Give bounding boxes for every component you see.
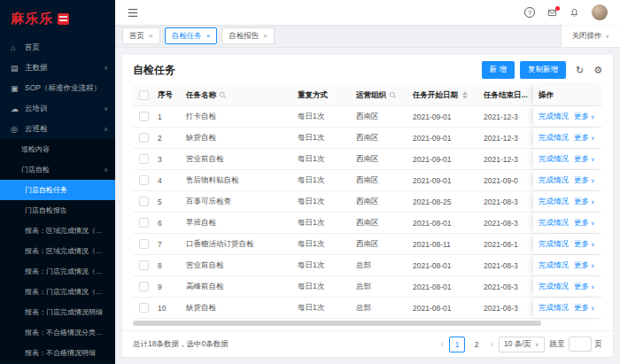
header-start-date-label: 任务开始日期 bbox=[413, 90, 458, 101]
more-link[interactable]: 更多∨ bbox=[574, 282, 594, 292]
more-label: 更多 bbox=[574, 133, 589, 143]
more-link[interactable]: 更多∨ bbox=[574, 133, 594, 143]
row-repeat: 每日1次 bbox=[294, 197, 353, 207]
row-checkbox[interactable] bbox=[139, 282, 149, 291]
more-link[interactable]: 更多∨ bbox=[574, 112, 594, 122]
next-page-button[interactable]: › bbox=[490, 339, 493, 349]
complete-status-link[interactable]: 完成情况 bbox=[539, 175, 569, 186]
brand-logo[interactable]: 麻乐乐 bbox=[0, 0, 115, 37]
complete-status-link[interactable]: 完成情况 bbox=[539, 154, 569, 165]
row-checkbox[interactable] bbox=[139, 112, 149, 121]
row-checkbox[interactable] bbox=[139, 133, 149, 143]
settings-icon[interactable]: ⚙ bbox=[593, 66, 602, 75]
chevron-down-icon: ∨ bbox=[104, 65, 108, 72]
page-size-select[interactable]: 10 条/页 ∨ bbox=[499, 337, 545, 352]
help-glyph: ? bbox=[524, 7, 535, 18]
row-checkbox[interactable] bbox=[139, 218, 149, 228]
sidebar-item-4[interactable]: ◎云巡检∧ bbox=[0, 119, 115, 139]
sidebar-item-6[interactable]: 门店自检∧ bbox=[0, 159, 115, 180]
complete-status-link[interactable]: 完成情况 bbox=[539, 218, 569, 228]
page-button-2[interactable]: 2 bbox=[469, 337, 484, 352]
more-link[interactable]: 更多∨ bbox=[574, 197, 594, 207]
bell-icon[interactable] bbox=[570, 8, 579, 18]
tab-close-icon[interactable]: × bbox=[263, 32, 267, 40]
complete-status-link[interactable]: 完成情况 bbox=[539, 133, 569, 143]
tab-close-icon[interactable]: × bbox=[149, 32, 153, 40]
message-icon[interactable] bbox=[547, 8, 557, 18]
avatar[interactable] bbox=[592, 4, 608, 20]
sidebar-item-3[interactable]: ☁云培训∨ bbox=[0, 98, 115, 119]
sidebar-item-8[interactable]: 门店自检报告 bbox=[0, 200, 115, 221]
help-icon[interactable]: ? bbox=[524, 7, 535, 18]
refresh-icon[interactable]: ↻ bbox=[576, 66, 584, 75]
topbar: ? bbox=[115, 0, 620, 25]
jump-page-input[interactable] bbox=[569, 337, 592, 352]
row-checkbox[interactable] bbox=[139, 154, 149, 164]
more-link[interactable]: 更多∨ bbox=[574, 260, 594, 271]
row-no: 8 bbox=[154, 261, 182, 270]
row-checkbox[interactable] bbox=[139, 197, 149, 206]
search-icon[interactable] bbox=[219, 91, 227, 99]
row-checkbox[interactable] bbox=[139, 175, 149, 185]
header-org-label: 运营组织 bbox=[356, 90, 386, 101]
complete-status-link[interactable]: 完成情况 bbox=[539, 282, 569, 292]
sidebar-item-label: 报表：门店完成情况（汇总） bbox=[25, 267, 108, 276]
row-checkbox-cell bbox=[133, 133, 154, 143]
sidebar-item-15[interactable]: 报表：不合格情况明细 bbox=[0, 343, 115, 363]
sidebar-item-2[interactable]: ▣SOP（标准作业流程） bbox=[0, 78, 115, 98]
chevron-down-icon: ∨ bbox=[591, 220, 594, 226]
sidebar-item-0[interactable]: ⌂首页 bbox=[0, 37, 115, 58]
row-checkbox[interactable] bbox=[139, 260, 149, 270]
chevron-down-icon: ∨ bbox=[535, 341, 539, 347]
sidebar-item-13[interactable]: 报表：门店完成情况明细 bbox=[0, 302, 115, 322]
sidebar-item-1[interactable]: ▤主数据∨ bbox=[0, 58, 115, 78]
sort-icons[interactable] bbox=[462, 91, 468, 99]
row-org: 西南区 bbox=[353, 112, 409, 122]
sidebar-item-10[interactable]: 报表：区域完成情况（任务） bbox=[0, 241, 115, 261]
sidebar-item-5[interactable]: 巡检内容 bbox=[0, 139, 115, 159]
complete-status-link[interactable]: 完成情况 bbox=[539, 239, 569, 250]
complete-status-link[interactable]: 完成情况 bbox=[539, 303, 569, 314]
topbar-actions: ? bbox=[524, 4, 608, 20]
select-all-checkbox[interactable] bbox=[139, 90, 149, 100]
brand-name: 麻乐乐 bbox=[11, 11, 53, 27]
sidebar-item-7[interactable]: 门店自检任务 bbox=[0, 180, 115, 200]
row-task-name: 口香糖活动订货自检 bbox=[182, 239, 294, 250]
search-icon[interactable] bbox=[389, 91, 397, 99]
complete-status-link[interactable]: 完成情况 bbox=[539, 197, 569, 207]
row-no: 1 bbox=[154, 112, 182, 121]
scrollbar-thumb[interactable] bbox=[133, 321, 541, 326]
row-checkbox[interactable] bbox=[139, 303, 149, 313]
table-row: 6早班自检每日1次西南区2021-08-012021-08-3完成情况更多∨ bbox=[133, 213, 602, 234]
home-icon: ⌂ bbox=[11, 43, 20, 52]
row-org: 总部 bbox=[353, 303, 409, 314]
horizontal-scrollbar[interactable] bbox=[133, 321, 602, 326]
sidebar-item-14[interactable]: 报表：不合格情况分类汇总 bbox=[0, 322, 115, 343]
complete-status-link[interactable]: 完成情况 bbox=[539, 112, 569, 122]
tab-1[interactable]: 自检任务× bbox=[165, 27, 218, 44]
table-row: 10缺货自检每日1次总部2021-08-012021-08-3完成情况更多∨ bbox=[133, 298, 602, 319]
sidebar-item-12[interactable]: 报表：门店完成情况（任务） bbox=[0, 282, 115, 302]
more-link[interactable]: 更多∨ bbox=[574, 218, 594, 228]
tab-0[interactable]: 首页× bbox=[122, 27, 160, 44]
sidebar-item-11[interactable]: 报表：门店完成情况（汇总） bbox=[0, 261, 115, 282]
menu-fold-icon[interactable] bbox=[128, 8, 138, 18]
complete-status-link[interactable]: 完成情况 bbox=[539, 260, 569, 271]
more-link[interactable]: 更多∨ bbox=[574, 239, 594, 250]
prev-page-button[interactable]: ‹ bbox=[441, 339, 445, 349]
row-checkbox[interactable] bbox=[139, 239, 149, 249]
more-link[interactable]: 更多∨ bbox=[574, 154, 594, 165]
content-area: 自检任务 新 增 复制新增 ↻ ⚙ 序号 bbox=[115, 48, 620, 364]
row-checkbox-cell bbox=[133, 175, 154, 185]
tab-close-icon[interactable]: × bbox=[206, 32, 211, 40]
close-operations-dropdown[interactable]: 关闭操作 ∨ bbox=[561, 25, 620, 47]
sidebar-item-9[interactable]: 报表：区域完成情况（汇总） bbox=[0, 221, 115, 241]
add-button[interactable]: 新 增 bbox=[482, 61, 515, 79]
page-button-1[interactable]: 1 bbox=[449, 337, 465, 352]
tab-2[interactable]: 自检报告× bbox=[221, 27, 275, 44]
more-link[interactable]: 更多∨ bbox=[574, 303, 594, 314]
row-actions: 完成情况更多∨ bbox=[533, 106, 602, 127]
tab-list: 首页×自检任务×自检报告× bbox=[115, 25, 275, 47]
copy-add-button[interactable]: 复制新增 bbox=[520, 61, 566, 79]
more-link[interactable]: 更多∨ bbox=[574, 175, 594, 186]
